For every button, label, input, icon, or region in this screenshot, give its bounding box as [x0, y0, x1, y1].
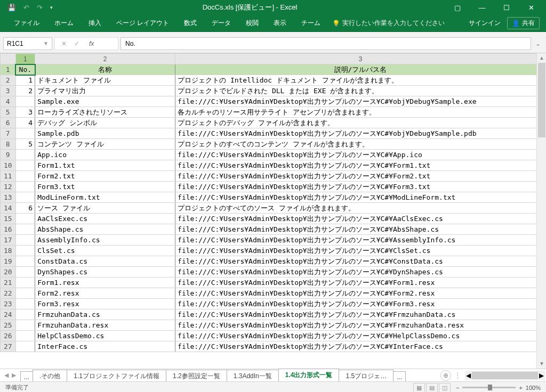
row-header[interactable]: 27: [1, 341, 16, 352]
sheet-tab[interactable]: 1.1プロジェクトファイル情報: [67, 370, 166, 382]
cell-desc[interactable]: file:///C:¥Users¥Admin¥Desktop¥出力サンプルのソー…: [175, 150, 546, 160]
table-row[interactable]: 26HelpClassDemo.csfile:///C:¥Users¥Admin…: [1, 331, 546, 341]
cell-no[interactable]: [15, 96, 35, 107]
sheet-tab[interactable]: 1.5プロジェ…: [339, 370, 394, 382]
cell-desc[interactable]: file:///C:¥Users¥Admin¥Desktop¥出力サンプルのソー…: [175, 309, 546, 320]
table-row[interactable]: 7Sample.pdbfile:///C:¥Users¥Admin¥Deskto…: [1, 128, 546, 139]
cell-name[interactable]: デバッグ シンボル: [35, 118, 175, 128]
cell-no[interactable]: [15, 246, 35, 256]
cell-desc[interactable]: file:///C:¥Users¥Admin¥Desktop¥出力サンプルのソー…: [175, 171, 546, 182]
table-row[interactable]: 146ソース ファイルプロジェクトのすべてのソース ファイルが含まれます。: [1, 203, 546, 214]
cell-name[interactable]: プライマリ出力: [35, 86, 175, 96]
row-header[interactable]: 19: [1, 256, 16, 267]
row-header[interactable]: 22: [1, 288, 16, 299]
zoom-in-icon[interactable]: +: [519, 385, 522, 391]
row-header[interactable]: 9: [1, 150, 16, 160]
cell-name[interactable]: ローカライズされたリソース: [35, 107, 175, 118]
table-row[interactable]: 9App.icofile:///C:¥Users¥Admin¥Desktop¥出…: [1, 150, 546, 160]
cell-name[interactable]: ドキュメント ファイル: [35, 75, 175, 86]
ribbon-tab-6[interactable]: 校閲: [238, 19, 266, 28]
sheet-tab[interactable]: 1.2参照設定一覧: [166, 370, 227, 382]
cell-desc[interactable]: file:///C:¥Users¥Admin¥Desktop¥出力サンプルのソー…: [175, 128, 546, 139]
view-normal-icon[interactable]: ▦: [413, 383, 425, 393]
formula-input[interactable]: No.: [121, 37, 531, 50]
cell-no[interactable]: [15, 150, 35, 160]
cell-name[interactable]: Sample.pdb: [35, 128, 175, 139]
sheet-tab[interactable]: 1.3AddIn一覧: [227, 370, 279, 382]
table-row[interactable]: 10Form1.txtfile:///C:¥Users¥Admin¥Deskto…: [1, 160, 546, 171]
cell-no[interactable]: [15, 160, 35, 171]
expand-formula-bar-icon[interactable]: ⌄: [533, 40, 543, 47]
cell-desc[interactable]: file:///C:¥Users¥Admin¥Desktop¥出力サンプルのソー…: [175, 182, 546, 192]
cell-desc[interactable]: プロジェクトのデバッグ ファイルが含まれます。: [175, 118, 546, 128]
tell-me-search[interactable]: 💡 実行したい作業を入力してください: [328, 19, 445, 28]
cell-no[interactable]: [15, 182, 35, 192]
cell-name[interactable]: App.ico: [35, 150, 175, 160]
table-row[interactable]: 12Form3.txtfile:///C:¥Users¥Admin¥Deskto…: [1, 182, 546, 192]
cell-name[interactable]: ConstData.cs: [35, 256, 175, 267]
col-header-2[interactable]: 2: [35, 54, 175, 64]
name-box[interactable]: R1C1 ▼: [3, 37, 52, 50]
cell-no[interactable]: [15, 320, 35, 331]
sheet-tab-more-left[interactable]: ...: [20, 371, 33, 382]
table-row[interactable]: 32プライマリ出力プロジェクトでビルドされた DLL または EXE が含まれま…: [1, 86, 546, 96]
cell-desc[interactable]: プロジェクトのすべてのコンテンツ ファイルが含まれます。: [175, 139, 546, 150]
cell-no[interactable]: 3: [15, 107, 35, 118]
row-header[interactable]: 10: [1, 160, 16, 171]
cell-no[interactable]: [15, 288, 35, 299]
table-row[interactable]: 17AssemblyInfo.csfile:///C:¥Users¥Admin¥…: [1, 235, 546, 246]
zoom-slider[interactable]: [462, 387, 516, 388]
scroll-left-icon[interactable]: ◀: [466, 372, 471, 379]
table-row[interactable]: 27InterFace.csfile:///C:¥Users¥Admin¥Des…: [1, 341, 546, 352]
table-row[interactable]: 21ドキュメント ファイルプロジェクトの Intellidoc ドキュメント フ…: [1, 75, 546, 86]
save-icon[interactable]: 💾: [7, 4, 16, 12]
row-header[interactable]: 15: [1, 214, 16, 224]
ribbon-tab-8[interactable]: チーム: [294, 19, 328, 28]
table-row[interactable]: 11Form2.txtfile:///C:¥Users¥Admin¥Deskto…: [1, 171, 546, 182]
enter-icon[interactable]: ✓: [74, 40, 79, 47]
cell-name[interactable]: AaClsExec.cs: [35, 214, 175, 224]
cell-no[interactable]: 5: [15, 139, 35, 150]
zoom-level[interactable]: 100%: [526, 385, 541, 391]
sheet-tab[interactable]: 1.4出力形式一覧: [278, 369, 340, 382]
row-header[interactable]: 24: [1, 309, 16, 320]
cell-no[interactable]: No.: [15, 64, 35, 75]
cell-desc[interactable]: file:///C:¥Users¥Admin¥Desktop¥出力サンプルのソー…: [175, 256, 546, 267]
row-header[interactable]: 26: [1, 331, 16, 341]
cell-desc[interactable]: 説明/フルパス名: [175, 64, 546, 75]
cell-desc[interactable]: file:///C:¥Users¥Admin¥Desktop¥出力サンプルのソー…: [175, 299, 546, 309]
row-header[interactable]: 12: [1, 182, 16, 192]
sheet-tab-more-right[interactable]: ...: [393, 371, 406, 382]
cell-desc[interactable]: file:///C:¥Users¥Admin¥Desktop¥出力サンプルのソー…: [175, 341, 546, 352]
scroll-down-icon[interactable]: ▼: [537, 359, 546, 369]
hscroll-thumb[interactable]: [472, 372, 538, 379]
add-sheet-button[interactable]: ⊕: [440, 370, 451, 381]
cell-desc[interactable]: 各カルチャのリソース用サテライト アセンブリが含まれます。: [175, 107, 546, 118]
row-header[interactable]: 25: [1, 320, 16, 331]
redo-icon[interactable]: ↷: [37, 4, 43, 12]
scrollbar-thumb[interactable]: [538, 63, 545, 137]
row-header[interactable]: 17: [1, 235, 16, 246]
close-icon[interactable]: ✕: [520, 2, 542, 13]
cell-name[interactable]: DynShapes.cs: [35, 267, 175, 277]
cell-no[interactable]: [15, 224, 35, 235]
fx-icon[interactable]: fx: [87, 40, 96, 47]
sheet-nav-controls[interactable]: ◀ ▶: [0, 372, 20, 379]
cell-desc[interactable]: プロジェクトの Intellidoc ドキュメント ファイルが含まれます。: [175, 75, 546, 86]
grid-table[interactable]: 1 2 3 1No.名称説明/フルパス名21ドキュメント ファイルプロジェクトの…: [0, 53, 546, 352]
cell-name[interactable]: ModLineForm.txt: [35, 192, 175, 203]
row-header[interactable]: 16: [1, 224, 16, 235]
share-button[interactable]: 👤 共有: [507, 17, 540, 29]
row-header[interactable]: 20: [1, 267, 16, 277]
row-header[interactable]: 5: [1, 107, 16, 118]
signin-link[interactable]: サインイン: [469, 19, 501, 28]
cell-name[interactable]: FrmzuhanData.resx: [35, 320, 175, 331]
cell-name[interactable]: Form3.txt: [35, 182, 175, 192]
ribbon-tab-5[interactable]: データ: [204, 19, 238, 28]
chevron-down-icon[interactable]: ▼: [43, 40, 49, 46]
cell-name[interactable]: ソース ファイル: [35, 203, 175, 214]
cell-no[interactable]: 1: [15, 75, 35, 86]
cell-desc[interactable]: file:///C:¥Users¥Admin¥Desktop¥出力サンプルのソー…: [175, 288, 546, 299]
row-header[interactable]: 8: [1, 139, 16, 150]
tab-split-handle[interactable]: ⋮: [451, 372, 464, 379]
